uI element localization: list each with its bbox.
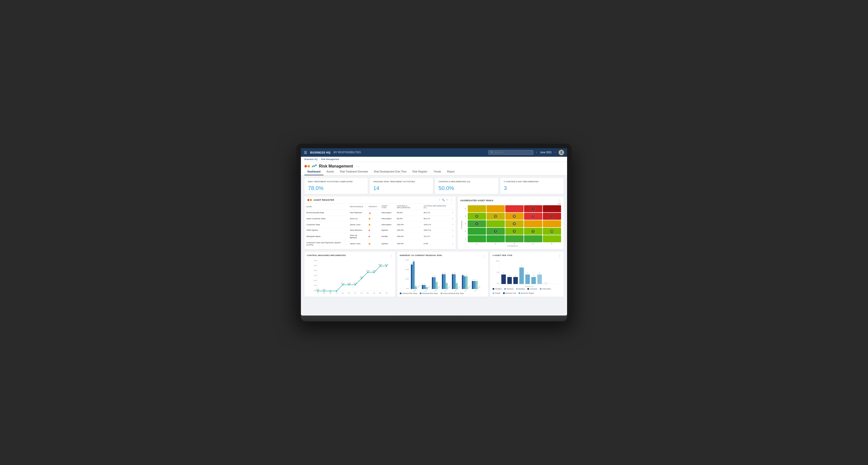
cell-asset-type: Information xyxy=(379,215,395,222)
svg-text:20.00: 20.00 xyxy=(405,269,409,270)
heatmap-cell xyxy=(468,235,486,242)
svg-point-25 xyxy=(379,265,381,267)
svg-point-17 xyxy=(330,290,331,292)
svg-text:4: 4 xyxy=(539,272,540,274)
cell-menu[interactable]: ⋮ xyxy=(450,222,456,228)
search-icon-ar[interactable]: 🔍 xyxy=(442,199,445,201)
svg-text:37.5%: 37.5% xyxy=(366,270,370,271)
tab-assets[interactable]: Assets xyxy=(323,168,337,175)
cell-menu[interactable]: ⋮ xyxy=(450,233,456,240)
prev-arrow[interactable]: ‹ xyxy=(536,151,537,154)
next-arrow[interactable]: › xyxy=(555,151,556,154)
legend-information: Information xyxy=(540,288,551,290)
search-box[interactable]: 🔍 xyxy=(488,150,533,155)
heatmap-cell xyxy=(487,235,505,242)
add-icon[interactable]: + xyxy=(439,199,440,201)
tab-dashboard[interactable]: Dashboard xyxy=(304,168,323,175)
heatmap-cell: 1 xyxy=(524,205,542,212)
cell-menu[interactable]: ⋮ xyxy=(450,215,456,222)
tab-report[interactable]: Report xyxy=(444,168,458,175)
svg-text:15: 15 xyxy=(452,272,453,274)
legend-residual: Residual Risk Value xyxy=(420,293,438,294)
legend-facilities-label: Facilities xyxy=(495,288,502,290)
tab-trends[interactable]: Trends xyxy=(430,168,444,175)
col-responsible: RESPONSIBLE xyxy=(348,204,367,210)
y-tick: 5 xyxy=(464,205,467,212)
legend-future-residual-label: Future Residual Risk Value xyxy=(443,293,464,294)
cell-asset-type: Information xyxy=(379,222,395,228)
svg-text:15: 15 xyxy=(454,272,455,274)
svg-text:Jul: Jul xyxy=(317,292,318,294)
search-input[interactable] xyxy=(494,151,531,154)
heatmap-badge: 2 xyxy=(475,214,479,218)
more-icon-ar[interactable]: ⋮ xyxy=(450,199,453,201)
heatmap-cell xyxy=(543,235,561,242)
x-tick-4: 4 xyxy=(524,243,542,244)
legend-customer-label: Customer xyxy=(530,288,537,290)
avatar[interactable]: 👤 xyxy=(559,150,564,155)
heatmap-cell: 5 xyxy=(524,213,542,220)
x-tick-row: 1 2 3 4 5 xyxy=(464,243,561,244)
cell-menu[interactable]: ⋮ xyxy=(450,228,456,233)
svg-text:8: 8 xyxy=(476,279,477,280)
legend-residual-label: Residual Risk Value xyxy=(422,293,438,294)
svg-point-18 xyxy=(336,290,337,292)
svg-rect-121 xyxy=(537,274,542,284)
kpi-label-0: RISK TREATMENT ACTIVITIES COMPLETED xyxy=(308,180,364,183)
table-row: Customer Data Janne Lund ◆ Information 1… xyxy=(304,222,456,228)
tab-risk-development[interactable]: Risk Development Over Time xyxy=(371,168,409,175)
more-icon-cm[interactable]: ⋮ xyxy=(390,255,393,258)
svg-point-26 xyxy=(386,265,387,267)
asset-per-type-chart: 10.00 5.00 0.00 4 3 xyxy=(493,259,561,287)
asset-register-header: ASSET REGISTER + 🔍 ✏ ⋮ xyxy=(304,197,456,204)
svg-text:0.60: 0.60 xyxy=(314,260,317,261)
svg-text:50.0%: 50.0% xyxy=(385,264,389,265)
kpi-ongoing-activities: ONGOING RISK TREATMENT ACTIVITIES 14 xyxy=(370,178,433,194)
svg-rect-61 xyxy=(422,285,424,289)
y-axis-label: Probability xyxy=(461,221,463,229)
aggregated-risks-card: AGGREGATED ASSET RISKS ⋮ Probability Ris… xyxy=(458,197,564,249)
cell-controls: 100.0% xyxy=(395,233,422,240)
asset-register-title: ASSET REGISTER xyxy=(313,199,437,201)
cell-actions: 70.0 % xyxy=(422,233,450,240)
svg-text:Jan: Jan xyxy=(354,292,356,294)
my-responsibilities-link[interactable]: MY RESPONSIBILITIES xyxy=(334,151,361,154)
svg-rect-81 xyxy=(454,274,456,289)
brand-label[interactable]: BUSINESS HQ xyxy=(310,151,331,154)
svg-rect-79 xyxy=(452,274,454,289)
heatmap-cell xyxy=(543,205,561,212)
tab-risk-treatment[interactable]: Risk Treatment Overview xyxy=(337,168,371,175)
cell-menu[interactable]: ⋮ xyxy=(450,210,456,215)
svg-text:3: 3 xyxy=(415,284,416,286)
tab-risk-register[interactable]: Risk Register xyxy=(409,168,430,175)
svg-rect-63 xyxy=(424,285,426,289)
more-icon-ir[interactable]: ⋮ xyxy=(483,255,486,258)
legend-inherent: Inherent Risk Value xyxy=(400,293,417,294)
cell-responsible: Ola Pedersen xyxy=(348,210,367,215)
more-icon-ar2[interactable]: ⋮ xyxy=(558,199,561,202)
asset-table-body: Environmental Data Ola Pedersen ▲ Inform… xyxy=(304,210,456,247)
menu-icon[interactable]: ☰ xyxy=(304,151,307,155)
breadcrumb-parent[interactable]: Business HQ xyxy=(304,158,318,161)
svg-rect-111 xyxy=(507,277,512,284)
svg-text:13: 13 xyxy=(464,274,465,276)
svg-text:25.0%: 25.0% xyxy=(360,276,364,278)
legend-future-residual: Future Residual Risk Value xyxy=(440,293,464,294)
legend-building-label: Building xyxy=(519,288,525,290)
heatmap-cell: 3 xyxy=(505,220,524,227)
svg-text:Mar: Mar xyxy=(367,292,369,294)
svg-text:13: 13 xyxy=(466,274,467,276)
heatmap-badge: 1 xyxy=(531,207,535,211)
legend-customer: Customer xyxy=(527,288,537,290)
more-icon-apt[interactable]: ⋮ xyxy=(558,255,561,258)
svg-text:0.30: 0.30 xyxy=(314,275,317,276)
svg-text:37.5%: 37.5% xyxy=(372,270,376,271)
cell-menu[interactable]: ⋮ xyxy=(450,240,456,247)
edit-icon[interactable]: ✏ xyxy=(446,199,448,201)
svg-text:7: 7 xyxy=(521,265,522,267)
page-more-icon[interactable]: ⋯ xyxy=(356,165,359,168)
svg-text:8: 8 xyxy=(474,279,475,280)
y-tick: 3 xyxy=(464,220,467,227)
kpi-controls-implemented: CONTROLS IMPLEMENTED (%) 50.0% xyxy=(435,178,498,194)
date-display: June 2021 xyxy=(540,151,552,154)
